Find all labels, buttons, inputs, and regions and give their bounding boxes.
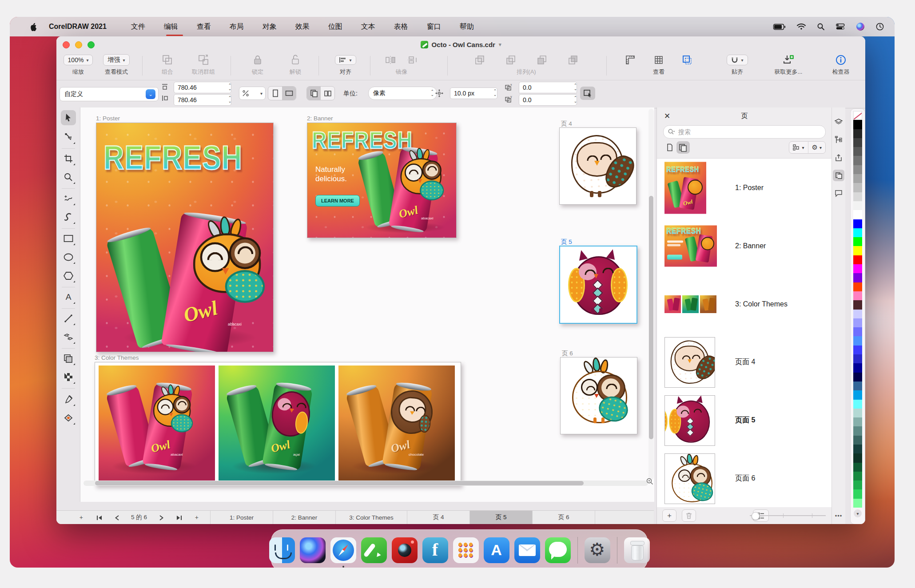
treat-as-filled-button[interactable] — [580, 87, 595, 100]
multi-page-view-button[interactable] — [676, 141, 690, 154]
color-swatch[interactable] — [853, 346, 862, 354]
color-swatch[interactable] — [853, 210, 862, 219]
page4[interactable] — [559, 127, 637, 205]
rectangle-tool[interactable] — [61, 231, 76, 246]
single-page-view-button[interactable] — [663, 141, 676, 154]
rulers-icon[interactable] — [625, 55, 636, 65]
color-swatch[interactable] — [853, 472, 862, 481]
color-swatch[interactable] — [853, 445, 862, 453]
menu-view[interactable]: 查看 — [187, 22, 220, 32]
add-page-before-button[interactable]: ＋ — [72, 513, 90, 521]
menu-help[interactable]: 帮助 — [450, 22, 483, 32]
color-swatch[interactable] — [853, 138, 862, 147]
color-swatch[interactable] — [853, 255, 862, 264]
transform-docker-icon[interactable] — [833, 134, 844, 146]
dock-pen-app-icon[interactable] — [361, 537, 387, 563]
color-swatch[interactable] — [853, 120, 862, 129]
menu-window[interactable]: 窗口 — [418, 22, 450, 32]
page-width-stepper[interactable]: ⌃⌄ — [226, 82, 234, 92]
connector-tool[interactable] — [61, 330, 76, 345]
duplicate-x-stepper[interactable]: ⌃⌄ — [572, 82, 579, 92]
menu-effects[interactable]: 效果 — [286, 22, 319, 32]
get-more-icon[interactable] — [783, 55, 794, 65]
freehand-tool[interactable] — [61, 191, 76, 206]
line-tool[interactable] — [61, 311, 76, 326]
drawing-scale-dropdown[interactable]: ▾ — [239, 87, 266, 100]
units-select[interactable]: 像素⌃⌄ — [368, 87, 437, 100]
panel-settings-dropdown[interactable]: ⚙▾ — [808, 142, 825, 153]
landscape-button[interactable] — [282, 87, 296, 100]
ellipse-tool[interactable] — [61, 250, 76, 265]
to-front-icon[interactable] — [474, 55, 485, 65]
current-page-button[interactable] — [321, 87, 334, 100]
nudge-distance-field[interactable]: 10.0 px — [450, 87, 497, 99]
page-row-themes[interactable]: 3: Color Themes — [657, 275, 832, 334]
dock-trash-icon[interactable] — [624, 537, 650, 563]
menu-file[interactable]: 文件 — [122, 22, 155, 32]
color-swatch[interactable] — [853, 201, 862, 210]
dock-siri-icon[interactable] — [300, 537, 326, 563]
forward-one-icon[interactable] — [537, 55, 547, 65]
color-swatch[interactable] — [853, 417, 862, 426]
battery-icon[interactable] — [773, 24, 785, 30]
all-pages-button[interactable] — [307, 87, 321, 100]
dock-launchpad-icon[interactable] — [453, 537, 479, 563]
layout-options-dropdown[interactable]: ▾ — [789, 142, 808, 153]
grid-icon[interactable] — [653, 55, 664, 65]
dock-system-preferences-icon[interactable] — [585, 537, 610, 563]
tab-color-themes[interactable]: 3: Color Themes — [335, 511, 407, 524]
poster-page[interactable]: REFRESH — [96, 123, 274, 352]
pages-docker-icon[interactable] — [833, 170, 844, 181]
dock-safari-icon[interactable] — [330, 537, 356, 563]
page-height-stepper[interactable]: ⌃⌄ — [226, 94, 234, 105]
canvas-vertical-scrollbar[interactable] — [648, 109, 654, 480]
add-page-after-button[interactable]: ＋ — [188, 513, 206, 521]
wifi-icon[interactable] — [797, 24, 806, 30]
color-swatch[interactable] — [853, 264, 862, 273]
delete-page-button[interactable] — [682, 509, 696, 522]
lock-icon[interactable] — [253, 54, 263, 66]
page6[interactable] — [560, 357, 637, 434]
color-swatch[interactable] — [853, 481, 862, 489]
color-swatch[interactable] — [853, 499, 862, 508]
duplicate-y-field[interactable]: 0.0 — [519, 94, 577, 106]
siri-icon[interactable] — [856, 23, 864, 31]
page-row-page4[interactable]: 页面 4 — [657, 333, 832, 392]
page-row-page5-current[interactable]: 页面 5 — [657, 391, 832, 450]
align-dropdown[interactable]: ▾ — [335, 55, 356, 65]
menu-edit[interactable]: 编辑 — [155, 22, 187, 32]
mesh-fill-tool[interactable] — [61, 369, 76, 385]
zoom-tool[interactable] — [61, 170, 76, 185]
menu-object[interactable]: 对象 — [253, 22, 286, 32]
text-tool[interactable]: A — [61, 290, 76, 305]
transparency-tool[interactable] — [61, 351, 76, 366]
color-swatch[interactable] — [853, 228, 862, 237]
thumbnail-size-slider[interactable] — [750, 515, 826, 516]
dock-messages-icon[interactable] — [545, 537, 571, 563]
color-swatch[interactable] — [853, 381, 862, 390]
color-swatch[interactable] — [853, 183, 862, 192]
page-row-page6[interactable]: 页面 6 — [657, 449, 832, 507]
unlock-icon[interactable] — [290, 54, 300, 66]
menu-layout[interactable]: 布局 — [220, 22, 253, 32]
page-height-field[interactable]: 780.46 — [174, 94, 231, 106]
page-border-icon[interactable] — [682, 55, 692, 65]
artistic-media-tool[interactable] — [61, 210, 76, 225]
menu-bitmaps[interactable]: 位图 — [319, 22, 352, 32]
previous-page-button[interactable] — [108, 514, 126, 521]
dock-app-store-icon[interactable] — [484, 537, 509, 563]
dock-mail-icon[interactable] — [514, 537, 540, 563]
page-size-preset-select[interactable]: 自定义⌄ — [60, 87, 159, 101]
color-swatch[interactable] — [853, 489, 862, 498]
color-swatch[interactable] — [853, 354, 862, 363]
color-swatch[interactable] — [853, 273, 862, 282]
color-swatch[interactable] — [853, 300, 862, 309]
portrait-button[interactable] — [268, 87, 282, 100]
color-swatch[interactable] — [853, 291, 862, 300]
color-swatch[interactable] — [853, 400, 862, 409]
color-swatch[interactable] — [853, 426, 862, 435]
control-center-icon[interactable] — [836, 24, 845, 30]
menu-text[interactable]: 文本 — [352, 22, 385, 32]
color-swatch[interactable] — [853, 436, 862, 445]
strip-more-icon[interactable]: ••• — [833, 510, 844, 521]
